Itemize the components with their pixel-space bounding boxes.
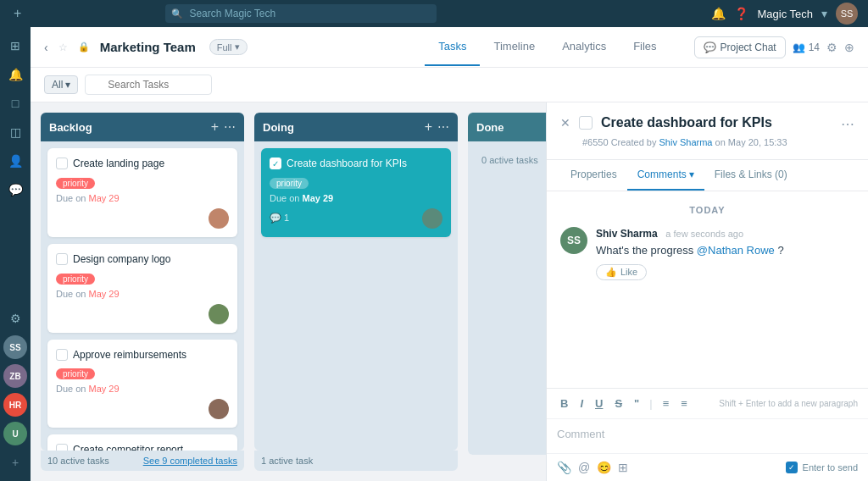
tab-timeline[interactable]: Timeline	[480, 28, 548, 66]
task-due: Due on May 29	[56, 193, 229, 203]
backlog-completed-link[interactable]: See 9 completed tasks	[143, 456, 237, 466]
task-checkbox[interactable]	[56, 444, 68, 451]
numbered-list-button[interactable]: ≡	[677, 395, 691, 412]
user-avatar[interactable]: SS	[836, 3, 858, 25]
comment-mention[interactable]: @Nathan Rowe	[697, 244, 775, 257]
back-button[interactable]: ‹	[44, 41, 48, 54]
task-avatar	[209, 208, 229, 229]
panel-header: ✕ Create dashboard for KPIs ⋯ #6550 Crea…	[547, 102, 868, 160]
task-card[interactable]: Approve reimbursements priority Due on M…	[47, 340, 237, 428]
doing-add-icon[interactable]: +	[425, 119, 432, 135]
done-body: 0 active tasks	[468, 141, 546, 455]
panel-creator-link[interactable]: Shiv Sharma	[659, 137, 713, 147]
doing-menu-icon[interactable]: ⋯	[437, 120, 449, 134]
comment-toolbar: B I U S " | ≡ ≡ Shift + Enter to add a n…	[547, 389, 868, 419]
done-column: Done + ⋯ 0 active tasks	[468, 113, 546, 471]
sidebar-item-people[interactable]: 👤	[3, 149, 27, 173]
panel-task-checkbox[interactable]	[579, 116, 593, 130]
tab-tasks[interactable]: Tasks	[425, 28, 480, 66]
underline-button[interactable]: U	[592, 395, 606, 412]
sidebar-item-inbox[interactable]: □	[3, 91, 27, 115]
tab-analytics[interactable]: Analytics	[548, 28, 620, 66]
sidebar-avatar-1[interactable]: SS	[3, 335, 27, 359]
backlog-footer: 10 active tasks See 9 completed tasks	[41, 451, 244, 471]
bullet-list-button[interactable]: ≡	[659, 395, 673, 412]
panel-tab-properties[interactable]: Properties	[560, 160, 627, 191]
format-hint: Shift + Enter to add a new paragraph	[719, 399, 858, 408]
task-checkbox[interactable]	[56, 158, 68, 169]
top-bar-right: 🔔 ❓ Magic Tech ▾ SS	[711, 3, 858, 25]
task-card[interactable]: Create competitor report	[47, 434, 237, 451]
sidebar-item-home[interactable]: ⊞	[3, 34, 27, 58]
panel-close-button[interactable]: ✕	[560, 116, 570, 130]
task-checkbox[interactable]	[56, 253, 68, 265]
members-count: 👥 14	[793, 41, 820, 53]
enter-to-send: Enter to send	[786, 462, 858, 473]
nav-tabs: Tasks Timeline Analytics Files	[425, 28, 670, 66]
sidebar-item-projects[interactable]: ◫	[3, 120, 27, 144]
like-icon: 👍	[605, 267, 617, 278]
attach-icon[interactable]: 📎	[557, 461, 571, 474]
project-chat-button[interactable]: 💬 Project Chat	[694, 36, 786, 58]
sidebar-item-notifications[interactable]: 🔔	[3, 63, 27, 86]
all-filter[interactable]: All ▾	[44, 75, 78, 94]
comment-placeholder[interactable]: Comment	[547, 419, 868, 453]
panel-tabs: Properties Comments ▾ Files & Links (0)	[547, 160, 868, 191]
toolbar-divider: |	[649, 397, 652, 410]
bold-button[interactable]: B	[557, 395, 571, 412]
task-checkbox-checked[interactable]	[270, 158, 281, 169]
search-input[interactable]	[165, 4, 437, 23]
panel-created-date: on May 20, 15:33	[715, 137, 787, 147]
tab-files[interactable]: Files	[620, 28, 670, 66]
workspace-chevron-icon[interactable]: ▾	[821, 7, 827, 20]
add-member-icon[interactable]: ⊕	[844, 41, 854, 54]
star-icon[interactable]: ☆	[58, 41, 68, 53]
sidebar-avatar-user[interactable]: U	[3, 422, 27, 445]
doing-footer: 1 active task	[254, 451, 458, 471]
task-checkbox[interactable]	[56, 349, 68, 361]
settings-icon[interactable]: ⚙	[826, 41, 837, 54]
search-tasks-input[interactable]	[85, 75, 212, 95]
backlog-menu-icon[interactable]: ⋯	[224, 120, 236, 134]
search-bar: 🔍	[165, 4, 437, 23]
like-label: Like	[620, 267, 637, 277]
priority-tag: priority	[270, 178, 309, 189]
doing-body: Create dashboard for KPIs priority Due o…	[254, 141, 458, 451]
sidebar-item-settings[interactable]: ⚙	[3, 307, 27, 330]
filter-chevron-icon: ▾	[65, 79, 70, 91]
task-title: Create dashboard for KPIs	[287, 157, 407, 171]
blockquote-button[interactable]: "	[631, 395, 643, 412]
sidebar-avatar-2[interactable]: ZB	[3, 364, 27, 388]
backlog-add-icon[interactable]: +	[211, 119, 219, 135]
backlog-active-count: 10 active tasks	[47, 456, 109, 466]
mention-icon[interactable]: @	[578, 461, 590, 474]
full-chevron-icon: ▾	[235, 41, 240, 53]
comment-body: Shiv Sharma a few seconds ago What's the…	[596, 227, 854, 280]
table-icon[interactable]: ⊞	[618, 461, 628, 474]
enter-to-send-checkbox[interactable]	[786, 462, 798, 473]
add-workspace-icon[interactable]: +	[10, 4, 25, 23]
notification-icon[interactable]: 🔔	[711, 7, 726, 20]
active-task-card[interactable]: Create dashboard for KPIs priority Due o…	[261, 148, 451, 237]
sidebar-avatar-hr[interactable]: HR	[3, 393, 27, 417]
panel-tab-comments[interactable]: Comments ▾	[627, 160, 704, 191]
help-icon[interactable]: ❓	[734, 7, 748, 20]
strikethrough-button[interactable]: S	[611, 395, 626, 412]
comment-actions: 📎 @ 😊 ⊞ Enter to send	[547, 453, 868, 481]
emoji-icon[interactable]: 😊	[597, 461, 611, 474]
comment-avatar: SS	[560, 227, 587, 254]
panel-task-id: #6550	[582, 137, 609, 147]
sidebar-add-icon[interactable]: +	[3, 451, 27, 474]
like-button[interactable]: 👍 Like	[596, 264, 647, 280]
panel-tab-files[interactable]: Files & Links (0)	[704, 160, 798, 191]
full-badge[interactable]: Full ▾	[209, 39, 248, 55]
comment-item: SS Shiv Sharma a few seconds ago What's …	[560, 227, 854, 280]
sidebar-item-chat[interactable]: 💬	[3, 178, 27, 202]
task-card[interactable]: Design company logo priority Due on May …	[47, 244, 237, 333]
task-card[interactable]: Create landing page priority Due on May …	[47, 148, 237, 237]
doing-column: Doing + ⋯ Create dashboard for KPIs prio…	[254, 113, 458, 471]
backlog-body: Create landing page priority Due on May …	[41, 141, 244, 451]
panel-menu-icon[interactable]: ⋯	[841, 116, 854, 132]
task-due: Due on May 29	[56, 289, 229, 299]
italic-button[interactable]: I	[576, 395, 587, 412]
